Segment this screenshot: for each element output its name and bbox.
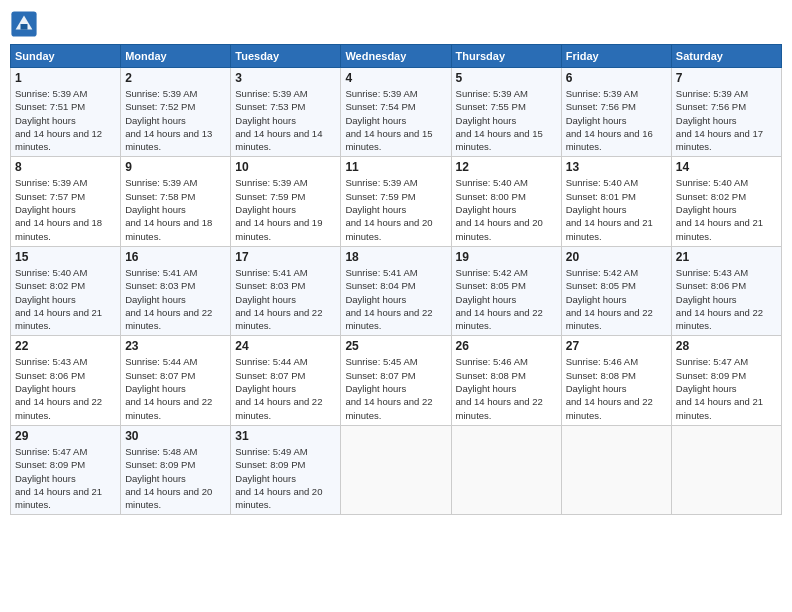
daylight-label: Daylight hours — [345, 204, 406, 215]
daylight-label: Daylight hours — [676, 383, 737, 394]
daylight-duration: and 14 hours and 22 minutes. — [235, 307, 322, 331]
daylight-label: Daylight hours — [676, 204, 737, 215]
day-cell: 19 Sunrise: 5:42 AM Sunset: 8:05 PM Dayl… — [451, 246, 561, 335]
day-number: 15 — [15, 250, 116, 264]
sunrise-label: Sunrise: 5:39 AM — [125, 88, 197, 99]
empty-day-cell — [671, 425, 781, 514]
sunset-label: Sunset: 8:06 PM — [15, 370, 85, 381]
day-info: Sunrise: 5:39 AM Sunset: 7:59 PM Dayligh… — [235, 176, 336, 242]
sunrise-label: Sunrise: 5:39 AM — [15, 177, 87, 188]
weekday-header: Monday — [121, 45, 231, 68]
daylight-label: Daylight hours — [566, 294, 627, 305]
day-number: 19 — [456, 250, 557, 264]
day-info: Sunrise: 5:40 AM Sunset: 8:02 PM Dayligh… — [676, 176, 777, 242]
day-info: Sunrise: 5:39 AM Sunset: 7:51 PM Dayligh… — [15, 87, 116, 153]
day-cell: 3 Sunrise: 5:39 AM Sunset: 7:53 PM Dayli… — [231, 68, 341, 157]
daylight-duration: and 14 hours and 20 minutes. — [125, 486, 212, 510]
day-cell: 10 Sunrise: 5:39 AM Sunset: 7:59 PM Dayl… — [231, 157, 341, 246]
day-number: 14 — [676, 160, 777, 174]
daylight-label: Daylight hours — [345, 115, 406, 126]
day-info: Sunrise: 5:39 AM Sunset: 7:56 PM Dayligh… — [566, 87, 667, 153]
daylight-label: Daylight hours — [125, 115, 186, 126]
day-info: Sunrise: 5:42 AM Sunset: 8:05 PM Dayligh… — [456, 266, 557, 332]
daylight-duration: and 14 hours and 17 minutes. — [676, 128, 763, 152]
day-cell: 2 Sunrise: 5:39 AM Sunset: 7:52 PM Dayli… — [121, 68, 231, 157]
day-info: Sunrise: 5:39 AM Sunset: 7:59 PM Dayligh… — [345, 176, 446, 242]
daylight-duration: and 14 hours and 12 minutes. — [15, 128, 102, 152]
daylight-label: Daylight hours — [235, 204, 296, 215]
day-info: Sunrise: 5:39 AM Sunset: 7:53 PM Dayligh… — [235, 87, 336, 153]
calendar-week-row: 22 Sunrise: 5:43 AM Sunset: 8:06 PM Dayl… — [11, 336, 782, 425]
sunset-label: Sunset: 8:07 PM — [235, 370, 305, 381]
sunset-label: Sunset: 7:59 PM — [345, 191, 415, 202]
daylight-label: Daylight hours — [345, 294, 406, 305]
sunrise-label: Sunrise: 5:39 AM — [456, 88, 528, 99]
day-cell: 20 Sunrise: 5:42 AM Sunset: 8:05 PM Dayl… — [561, 246, 671, 335]
day-info: Sunrise: 5:39 AM Sunset: 7:57 PM Dayligh… — [15, 176, 116, 242]
day-number: 7 — [676, 71, 777, 85]
svg-rect-2 — [21, 24, 28, 30]
day-info: Sunrise: 5:47 AM Sunset: 8:09 PM Dayligh… — [15, 445, 116, 511]
sunrise-label: Sunrise: 5:47 AM — [15, 446, 87, 457]
day-cell: 18 Sunrise: 5:41 AM Sunset: 8:04 PM Dayl… — [341, 246, 451, 335]
day-info: Sunrise: 5:48 AM Sunset: 8:09 PM Dayligh… — [125, 445, 226, 511]
day-cell: 28 Sunrise: 5:47 AM Sunset: 8:09 PM Dayl… — [671, 336, 781, 425]
daylight-duration: and 14 hours and 22 minutes. — [125, 307, 212, 331]
daylight-label: Daylight hours — [125, 383, 186, 394]
day-cell: 22 Sunrise: 5:43 AM Sunset: 8:06 PM Dayl… — [11, 336, 121, 425]
daylight-label: Daylight hours — [15, 383, 76, 394]
daylight-duration: and 14 hours and 22 minutes. — [456, 307, 543, 331]
daylight-duration: and 14 hours and 20 minutes. — [345, 217, 432, 241]
sunrise-label: Sunrise: 5:39 AM — [125, 177, 197, 188]
sunrise-label: Sunrise: 5:39 AM — [345, 177, 417, 188]
day-number: 20 — [566, 250, 667, 264]
daylight-label: Daylight hours — [125, 204, 186, 215]
sunrise-label: Sunrise: 5:39 AM — [345, 88, 417, 99]
day-cell: 26 Sunrise: 5:46 AM Sunset: 8:08 PM Dayl… — [451, 336, 561, 425]
sunset-label: Sunset: 8:04 PM — [345, 280, 415, 291]
sunset-label: Sunset: 8:07 PM — [345, 370, 415, 381]
sunset-label: Sunset: 8:07 PM — [125, 370, 195, 381]
daylight-label: Daylight hours — [125, 294, 186, 305]
daylight-duration: and 14 hours and 22 minutes. — [566, 396, 653, 420]
day-cell: 17 Sunrise: 5:41 AM Sunset: 8:03 PM Dayl… — [231, 246, 341, 335]
empty-day-cell — [561, 425, 671, 514]
daylight-duration: and 14 hours and 22 minutes. — [456, 396, 543, 420]
daylight-duration: and 14 hours and 18 minutes. — [15, 217, 102, 241]
sunset-label: Sunset: 8:05 PM — [456, 280, 526, 291]
sunrise-label: Sunrise: 5:40 AM — [456, 177, 528, 188]
sunrise-label: Sunrise: 5:46 AM — [456, 356, 528, 367]
day-info: Sunrise: 5:39 AM Sunset: 7:55 PM Dayligh… — [456, 87, 557, 153]
day-info: Sunrise: 5:44 AM Sunset: 8:07 PM Dayligh… — [235, 355, 336, 421]
day-cell: 9 Sunrise: 5:39 AM Sunset: 7:58 PM Dayli… — [121, 157, 231, 246]
daylight-duration: and 14 hours and 21 minutes. — [676, 396, 763, 420]
sunset-label: Sunset: 8:09 PM — [125, 459, 195, 470]
calendar-week-row: 1 Sunrise: 5:39 AM Sunset: 7:51 PM Dayli… — [11, 68, 782, 157]
daylight-label: Daylight hours — [456, 115, 517, 126]
sunset-label: Sunset: 8:06 PM — [676, 280, 746, 291]
sunrise-label: Sunrise: 5:44 AM — [125, 356, 197, 367]
sunset-label: Sunset: 7:55 PM — [456, 101, 526, 112]
day-info: Sunrise: 5:41 AM Sunset: 8:03 PM Dayligh… — [125, 266, 226, 332]
day-number: 5 — [456, 71, 557, 85]
daylight-duration: and 14 hours and 20 minutes. — [456, 217, 543, 241]
day-number: 2 — [125, 71, 226, 85]
sunset-label: Sunset: 8:08 PM — [456, 370, 526, 381]
day-info: Sunrise: 5:46 AM Sunset: 8:08 PM Dayligh… — [456, 355, 557, 421]
day-info: Sunrise: 5:40 AM Sunset: 8:02 PM Dayligh… — [15, 266, 116, 332]
daylight-duration: and 14 hours and 21 minutes. — [566, 217, 653, 241]
sunset-label: Sunset: 7:59 PM — [235, 191, 305, 202]
day-cell: 15 Sunrise: 5:40 AM Sunset: 8:02 PM Dayl… — [11, 246, 121, 335]
sunrise-label: Sunrise: 5:42 AM — [456, 267, 528, 278]
daylight-label: Daylight hours — [456, 383, 517, 394]
daylight-label: Daylight hours — [125, 473, 186, 484]
sunset-label: Sunset: 8:02 PM — [676, 191, 746, 202]
daylight-label: Daylight hours — [566, 204, 627, 215]
daylight-duration: and 14 hours and 20 minutes. — [235, 486, 322, 510]
sunrise-label: Sunrise: 5:46 AM — [566, 356, 638, 367]
calendar-week-row: 15 Sunrise: 5:40 AM Sunset: 8:02 PM Dayl… — [11, 246, 782, 335]
day-info: Sunrise: 5:40 AM Sunset: 8:01 PM Dayligh… — [566, 176, 667, 242]
sunset-label: Sunset: 8:09 PM — [676, 370, 746, 381]
daylight-label: Daylight hours — [15, 294, 76, 305]
sunset-label: Sunset: 8:02 PM — [15, 280, 85, 291]
